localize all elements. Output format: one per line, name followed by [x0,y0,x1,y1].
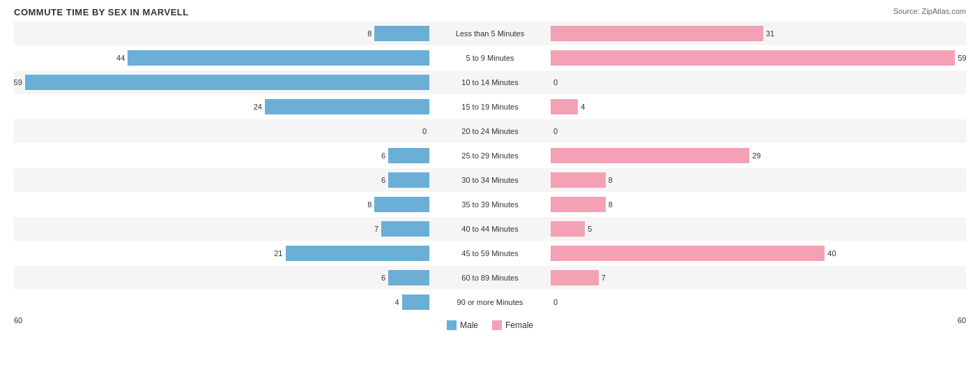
value-female: 7 [602,274,606,282]
left-section: 6 [14,266,432,290]
chart-row: 4 90 or more Minutes 0 [14,290,966,314]
right-section: 8 [548,193,966,216]
value-male: 4 [395,298,399,306]
value-male: 6 [381,274,385,282]
left-section: 44 [14,46,432,70]
right-section: 8 [548,168,966,192]
row-label: 25 to 29 Minutes [432,151,548,160]
right-section: 7 [548,266,966,290]
legend-female-box [492,320,502,330]
value-female: 0 [553,78,558,87]
value-male: 24 [254,103,262,111]
row-label: 90 or more Minutes [432,298,548,306]
value-female: 0 [553,127,558,135]
bar-male [265,99,429,114]
row-label: 60 to 89 Minutes [432,274,548,282]
left-section: 24 [14,95,432,119]
value-male: 44 [116,54,125,62]
value-male: 8 [367,29,372,38]
value-female: 31 [766,29,774,38]
chart-row: 24 15 to 19 Minutes 4 [14,95,966,119]
row-label: 40 to 44 Minutes [432,225,548,233]
value-female: 40 [827,249,836,258]
chart-row: 6 60 to 89 Minutes 7 [14,266,966,290]
value-female: 5 [588,225,592,233]
value-male: 21 [274,249,282,258]
bar-male [402,295,429,310]
legend-male: Male [447,320,478,330]
right-section: 31 [548,22,966,45]
row-label: 45 to 59 Minutes [432,249,548,258]
value-female: 8 [608,200,613,209]
bar-male [286,246,430,261]
bar-male [388,172,429,188]
right-section: 5 [548,217,966,241]
bar-male [128,50,429,66]
left-section: 8 [14,22,432,45]
axis-max-label: 60 [958,316,966,330]
legend-male-box [447,320,457,330]
row-label: 20 to 24 Minutes [432,127,548,135]
chart-row: 7 40 to 44 Minutes 5 [14,217,966,241]
chart-title: COMMUTE TIME BY SEX IN MARVELL [14,7,966,17]
left-section: 6 [14,144,432,167]
chart-container: COMMUTE TIME BY SEX IN MARVELL Source: Z… [0,0,980,365]
bar-female [551,26,763,41]
bar-male [374,197,429,212]
bar-female [551,99,578,114]
bar-male [381,221,429,237]
value-female: 0 [553,298,558,306]
bar-male [25,75,429,90]
right-section: 0 [548,70,966,94]
value-male: 59 [14,78,22,87]
value-female: 8 [608,176,613,184]
bar-female [551,172,606,188]
chart-row: 44 5 to 9 Minutes 59 [14,46,966,70]
bar-female [551,197,606,212]
row-label: 35 to 39 Minutes [432,200,548,209]
left-section: 6 [14,168,432,192]
left-section: 7 [14,217,432,241]
right-section: 29 [548,144,966,167]
left-section: 59 [14,70,432,94]
source-text: Source: ZipAtlas.com [893,7,966,15]
chart-row: 59 10 to 14 Minutes 0 [14,70,966,94]
bar-male [374,26,429,41]
value-male: 0 [422,127,427,135]
row-label: 10 to 14 Minutes [432,78,548,87]
right-section: 59 [548,46,966,70]
value-male: 7 [374,225,378,233]
chart-row: 8 35 to 39 Minutes 8 [14,193,966,216]
row-label: 30 to 34 Minutes [432,176,548,184]
left-section: 8 [14,193,432,216]
left-section: 0 [14,119,432,143]
bar-male [388,270,429,285]
bar-female [551,50,955,66]
chart-row: 8 Less than 5 Minutes 31 [14,22,966,45]
chart-row: 0 20 to 24 Minutes 0 [14,119,966,143]
bar-female [551,221,585,237]
left-section: 4 [14,290,432,314]
value-female: 29 [752,151,760,160]
bars-area: 8 Less than 5 Minutes 31 44 5 to 9 Minut… [14,22,966,315]
row-label: 5 to 9 Minutes [432,54,548,62]
row-label: 15 to 19 Minutes [432,103,548,111]
row-label: Less than 5 Minutes [432,29,548,38]
bar-female [551,246,825,261]
right-section: 0 [548,119,966,143]
value-female: 59 [958,54,966,62]
value-female: 4 [581,103,585,111]
legend: Male Female [447,320,533,330]
chart-row: 6 30 to 34 Minutes 8 [14,168,966,192]
chart-row: 6 25 to 29 Minutes 29 [14,144,966,167]
left-section: 21 [14,241,432,265]
right-section: 0 [548,290,966,314]
value-male: 6 [381,151,385,160]
axis-min-label: 60 [14,316,22,330]
legend-male-label: Male [460,320,478,330]
legend-female-label: Female [505,320,533,330]
value-male: 6 [381,176,385,184]
legend-female: Female [492,320,533,330]
value-male: 8 [367,200,372,209]
chart-row: 21 45 to 59 Minutes 40 [14,241,966,265]
